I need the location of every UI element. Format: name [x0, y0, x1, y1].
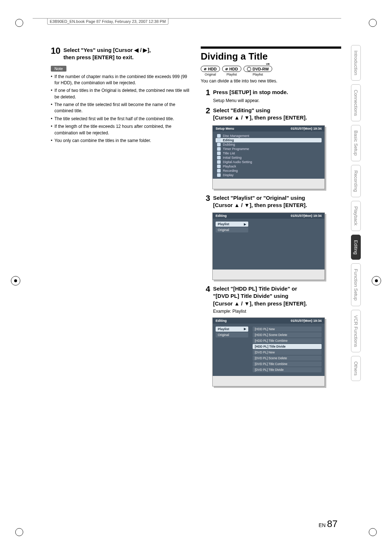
menu-item: Original	[216, 227, 248, 232]
menu-item: Dubbing	[216, 142, 322, 147]
note-bullet: You only can combine the titles in the s…	[51, 138, 191, 144]
menu-item-label: Initial Setting	[223, 156, 242, 159]
book-header: E3B90ED_EN.book Page 87 Friday, February…	[33, 18, 341, 26]
step-number: 2	[201, 107, 210, 115]
submenu-item: [DVD PL] Scene Delete	[253, 356, 322, 361]
book-info-text: E3B90ED_EN.book Page 87 Friday, February…	[47, 19, 168, 25]
submenu-item: [HDD PL] New	[253, 327, 322, 332]
menu-item-label: Digital Audio Setting	[223, 160, 252, 164]
badge-subtext: Playlist	[253, 73, 263, 76]
submenu-item: [HDD PL] Title Combine	[253, 338, 322, 343]
shot-title: Setup Menu	[216, 127, 234, 130]
shot-status-bar	[213, 376, 324, 386]
menu-item: Playback	[216, 164, 322, 169]
menu-item: Initial Setting	[216, 155, 322, 160]
crop-mark-icon	[15, 528, 23, 536]
side-tab-recording[interactable]: Recording	[351, 165, 361, 197]
step-text-line1: Select "[HDD PL] Title Divide" or	[213, 285, 307, 292]
menu-item: Recording	[216, 169, 322, 173]
note-bullet: The name of the title selected first wil…	[51, 102, 191, 114]
menu-item-icon	[217, 134, 221, 138]
side-tab-function-setup[interactable]: Function Setup	[351, 263, 361, 306]
side-tab-others[interactable]: Others	[351, 356, 361, 381]
shot-time: 01/01/07(Mon) 19:34	[291, 319, 322, 323]
menu-item-label: Recording	[223, 169, 238, 173]
menu-item: Editing	[216, 138, 322, 142]
side-tab-vcr-functions[interactable]: VCR Functions	[351, 310, 361, 352]
badge-subtext: Playlist	[226, 73, 237, 76]
setup-menu-screenshot: Setup Menu 01/01/07(Mon) 19:34 Disc Mana…	[212, 125, 325, 189]
page-footer: EN 87	[319, 518, 338, 530]
step-text-line1: Select "Yes" using [Cursor ◀ / ▶],	[64, 46, 151, 54]
disc-icon: ⌀	[204, 66, 207, 71]
crop-mark-icon	[369, 528, 377, 536]
menu-item-icon	[217, 173, 221, 177]
step-number: 1	[201, 89, 210, 97]
badge-superscript: VR	[266, 63, 270, 65]
step-subtext: Example: Playlist	[213, 309, 341, 314]
menu-item: Playlist▶	[216, 327, 248, 332]
note-bullet-list: If the number of chapter marks in the co…	[51, 74, 191, 144]
submenu-item: [HDD PL] Title Divide	[253, 344, 322, 349]
step-text-line1: Select "Editing" using	[213, 107, 307, 114]
page-number: 87	[327, 518, 338, 529]
registration-mark-icon	[372, 276, 381, 285]
right-column: Dividing a Title ⌀ HDD Original ⌀ HDD Pl…	[201, 46, 341, 519]
step-text-line3: [Cursor ▲ / ▼], then press [ENTER].	[213, 300, 307, 307]
step-text-line2: [Cursor ▲ / ▼], then press [ENTER].	[213, 114, 307, 121]
step-text-line2: then press [ENTER] to exit.	[64, 54, 151, 61]
note-bullet: The title selected first will be the fir…	[51, 116, 191, 122]
step-text-line2: "[DVD PL] Title Divide" using	[213, 292, 307, 300]
chevron-right-icon: ▶	[244, 223, 246, 226]
hdd-badge: ⌀ HDD	[222, 66, 241, 72]
hdd-badge: ⌀ HDD	[201, 66, 220, 72]
dvd-rw-badge: VR ◯ DVD-RW	[244, 66, 272, 72]
shot-status-bar	[213, 270, 324, 280]
section-description: You can divide a title into two new titl…	[201, 78, 341, 84]
side-tab-introduction[interactable]: Introduction	[351, 45, 361, 81]
shot-time: 01/01/07(Mon) 19:34	[291, 214, 322, 218]
step-text: Press [SETUP] in stop mode.	[213, 89, 288, 96]
menu-item: Timer Programme	[216, 147, 322, 151]
step-number: 3	[201, 194, 210, 202]
step-number: 4	[201, 285, 210, 293]
crop-mark-icon	[369, 19, 377, 27]
submenu-item: [HDD PL] Scene Delete	[253, 332, 322, 337]
shot-time: 01/01/07(Mon) 19:34	[291, 127, 322, 130]
note-label: Note	[51, 66, 66, 72]
editing-playlist-screenshot: Editing 01/01/07(Mon) 19:34 Playlist▶Ori…	[212, 317, 325, 386]
menu-item-icon	[217, 138, 221, 142]
menu-item-icon	[217, 160, 221, 164]
menu-item-icon	[217, 147, 221, 151]
menu-item: Title List	[216, 151, 322, 155]
menu-item: Original	[216, 332, 248, 337]
menu-item-icon	[217, 165, 221, 168]
left-column: 10 Select "Yes" using [Cursor ◀ / ▶], th…	[51, 46, 191, 519]
side-tab-playback[interactable]: Playback	[351, 201, 361, 231]
note-bullet: If the length of the title exceeds 12 ho…	[51, 123, 191, 136]
menu-item-icon	[217, 151, 221, 155]
registration-mark-icon	[11, 276, 20, 285]
crop-mark-icon	[15, 19, 23, 27]
menu-item: Playlist▶	[216, 222, 248, 227]
menu-item: Display	[216, 173, 322, 177]
side-tab-basic-setup[interactable]: Basic Setup	[351, 125, 361, 161]
menu-item-label: Editing	[223, 138, 234, 142]
step-subtext: Setup Menu will appear.	[213, 98, 341, 103]
editing-menu-screenshot: Editing 01/01/07(Mon) 19:34 Playlist▶Ori…	[212, 212, 325, 280]
step-text-line1: Select "Playlist" or "Original" using	[213, 194, 307, 202]
menu-item-label: Playback	[223, 165, 236, 168]
side-tab-editing[interactable]: Editing	[351, 235, 361, 260]
section-heading: Dividing a Title	[201, 46, 341, 62]
menu-item-label: Disc Management	[223, 134, 249, 138]
note-bullet: If one of two titles in the Original is …	[51, 88, 191, 100]
submenu-item: [DVD PL] New	[253, 350, 322, 355]
menu-item-label: Display	[223, 173, 234, 177]
side-tab-list: IntroductionConnectionsBasic SetupRecord…	[351, 45, 361, 381]
side-tab-connections[interactable]: Connections	[351, 84, 361, 121]
menu-item-label: Title List	[223, 151, 235, 155]
menu-item-icon	[217, 156, 221, 159]
step-text-line2: [Cursor ▲ / ▼], then press [ENTER].	[213, 202, 307, 209]
disc-icon: ◯	[247, 66, 251, 71]
submenu-item: [DVD PL] Title Combine	[253, 361, 322, 366]
